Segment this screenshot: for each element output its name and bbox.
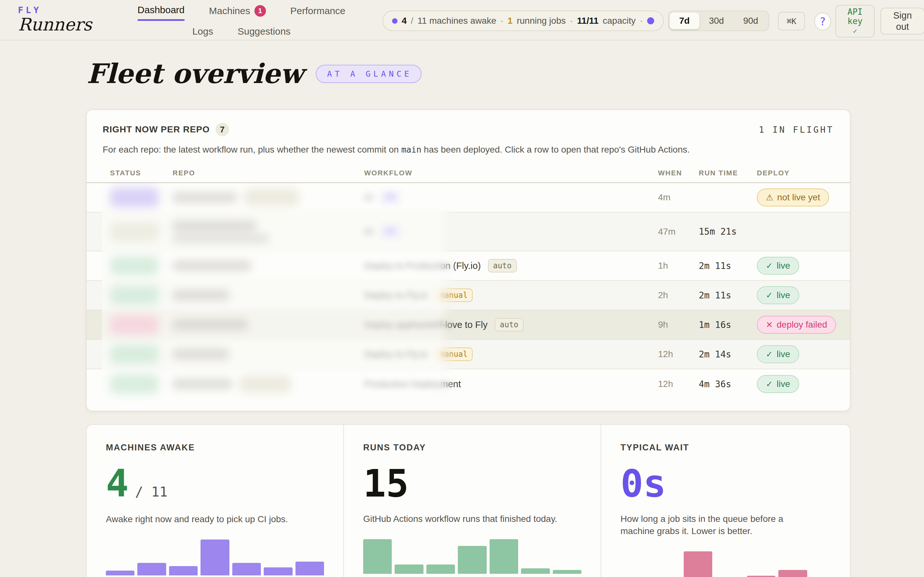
time-range-selector: 7d30d90d [668,11,769,31]
workflow-pr-badge: PR [381,191,400,204]
repo-count-badge: 7 [216,123,229,136]
table-row[interactable]: Production Deployment12h4m 36s✓live [87,369,850,399]
runs-today-sparkline [363,539,582,574]
deploy-status-pill: ⚠not live yet [757,189,829,206]
table-row[interactable]: Deploy to Fly.iomanual2h2m 11s✓live [87,281,850,310]
command-palette-button[interactable]: ⌘K [778,12,805,31]
workflow-cell: Deploy apphandoff-love to Flyauto [364,318,658,332]
deploy-cell: ✓live [757,286,834,304]
repo-cell [173,376,364,393]
repo-table-header: STATUSREPOWORKFLOWWHENRUN TIMEDEPLOY [87,169,850,183]
redacted-repo-name [173,379,232,389]
sign-out-label-line2: out [896,21,909,32]
redacted-status-pill [110,188,159,207]
redacted-text [173,234,269,243]
run-time-cell: 1m 16s [699,319,757,330]
sparkline-bar [684,551,712,577]
sparkline-bar [232,563,261,575]
stat-description: GitHub Actions workflow runs that finish… [363,513,569,525]
nav-item-logs[interactable]: Logs [192,26,213,41]
when-cell: 12h [658,349,699,359]
when-cell: 12h [658,379,699,389]
redacted-repo-name [173,221,269,243]
deploy-status-label: not live yet [777,192,820,203]
workflow-name: Production Deployment [364,379,461,390]
runs-today-card: RUNS TODAY 15 GitHub Actions workflow ru… [343,425,601,577]
nav-item-performance[interactable]: Performance [290,5,346,21]
status-cell [110,285,173,305]
stat-description: How long a job sits in the queue before … [620,513,819,537]
deploy-status-pill: ✕deploy failed [757,316,836,334]
redacted-text [173,192,237,203]
column-header-when: WHEN [658,169,699,177]
brand-runners: Runners [18,16,92,34]
when-cell: 47m [658,227,699,237]
nav-item-dashboard[interactable]: Dashboard [137,5,185,21]
machines-awake-total: 11 machines awake [417,16,496,26]
machines-awake-total-suffix: / 11 [135,484,168,500]
table-row[interactable]: CIPR47m15m 21s [87,213,850,251]
sparkline-bar [106,571,134,575]
main-branch-code: main [401,145,422,155]
workflow-auto-badge: auto [488,259,517,272]
run-time-cell: 15m 21s [699,226,757,237]
sparkline-bar [779,570,807,577]
machines-awake-sparkline [106,540,324,575]
sparkline-bar [169,566,198,575]
redacted-text [173,319,248,330]
redacted-text [173,261,251,271]
in-flight-label: 1 IN FLIGHT [759,125,834,135]
table-row[interactable]: Deploy to Production (Fly.io)auto1h2m 11… [87,251,850,281]
repo-card-title: RIGHT NOW PER REPO [103,124,210,135]
redacted-text [173,290,229,300]
api-key-label-line2: key [848,17,863,26]
running-jobs-count: 1 [507,16,513,26]
api-key-button[interactable]: API key ✓ [835,5,875,37]
time-range-30d[interactable]: 30d [699,13,734,29]
deploy-status-label: live [777,349,790,359]
deploy-status-pill: ✓live [757,286,799,304]
api-key-check-icon: ✓ [853,27,857,35]
brand-fly: FLY [18,5,92,15]
stat-label: MACHINES AWAKE [106,443,324,453]
deploy-status-label: live [777,379,790,389]
sparkline-bar [264,567,292,575]
status-separator: · [570,16,573,26]
redacted-repo-badge [240,376,291,393]
deploy-status-pill: ✓live [757,345,799,363]
check-icon: ✓ [766,290,773,300]
column-header-status: STATUS [110,169,173,177]
workflow-pr-badge: PR [381,225,400,239]
workflow-manual-badge: manual [435,288,473,302]
machines-awake-card: MACHINES AWAKE 4 / 11 Awake right now an… [87,425,343,577]
table-row[interactable]: Deploy to Fly.iomanual12h2m 14s✓live [87,340,850,369]
help-button[interactable]: ? [814,13,831,31]
sign-out-button[interactable]: Sign out [880,8,924,35]
nav-item-suggestions[interactable]: Suggestions [237,26,290,41]
stat-label: RUNS TODAY [363,443,582,453]
app-header: FLY Runners DashboardMachines1Performanc… [0,0,924,40]
sign-out-label-line1: Sign [893,10,912,21]
workflow-cell: Deploy to Fly.iomanual [364,348,658,361]
redacted-text [173,349,229,359]
time-range-7d[interactable]: 7d [670,13,699,29]
workflow-name: CI [364,192,373,203]
status-cell [110,222,173,242]
redacted-repo-name [173,290,229,300]
deploy-cell: ✓live [757,257,834,275]
table-row[interactable]: CIPR4m⚠not live yet [87,183,850,213]
time-range-90d[interactable]: 90d [733,13,768,29]
repo-cell [173,319,364,330]
workflow-name: Deploy to Production (Fly.io) [364,261,481,271]
table-row[interactable]: Deploy apphandoff-love to Flyauto9h1m 16… [87,310,850,340]
status-cell [110,256,173,276]
status-slash: / [411,16,414,26]
redacted-status-pill [110,315,159,334]
deploy-cell: ✓live [757,345,834,363]
repo-cell [173,261,364,271]
deploy-cell: ⚠not live yet [757,189,834,206]
nav-item-machines[interactable]: Machines1 [209,5,266,21]
workflow-name: Deploy apphandoff-love to Fly [364,319,488,330]
sparkline-bar [426,564,455,574]
sparkline-bar [363,539,392,574]
